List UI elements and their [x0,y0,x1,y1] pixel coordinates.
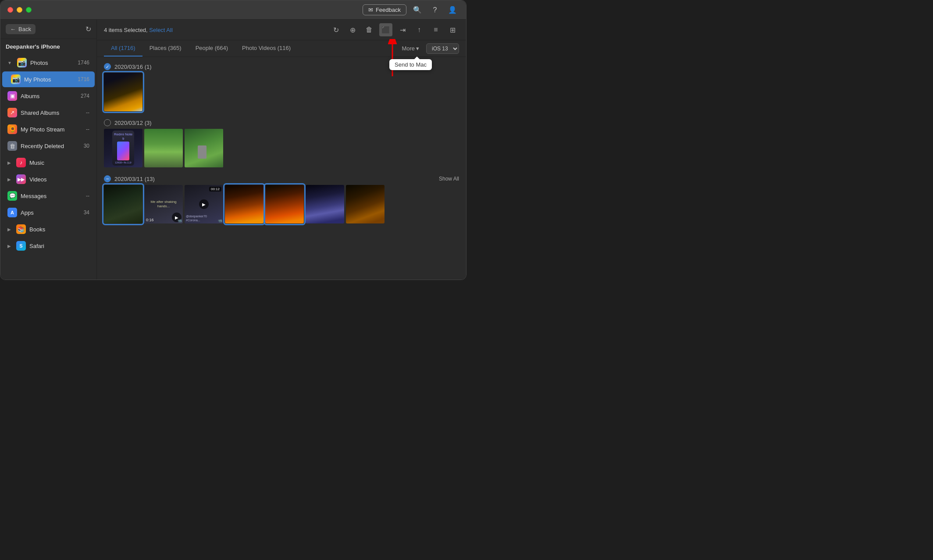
shared-albums-icon: ↗ [7,108,17,117]
main-content: ← Back ↻ Deepanker's iPhone ▼ 📷 Photos 1… [0,20,466,280]
sidebar-item-safari[interactable]: ▶ S Safari [2,238,95,254]
photo-thumb-10[interactable] [306,185,344,223]
date-label-1: 2020/03/16 (1) [114,64,152,70]
photo-thumb-7[interactable]: @deepanker70#Corona... ▶ 00:12 📹 [185,185,223,223]
send-to-device-button[interactable]: ⬛ [379,23,392,36]
back-label: Back [18,26,31,32]
sidebar-item-videos[interactable]: ▶ ▶▶ Videos [2,171,95,187]
photo-thumb-9[interactable] [265,185,304,223]
photo-thumb-8[interactable] [225,185,264,223]
maximize-button[interactable] [26,7,32,13]
sidebar-item-my-photos[interactable]: 📷 My Photos 1716 [2,71,95,87]
show-all-button[interactable]: Show All [439,176,459,182]
date-label-3: 2020/03/11 (13) [114,176,155,182]
sidebar-videos-label: Videos [29,176,89,183]
account-button[interactable]: 👤 [446,4,459,17]
photos-row-2: Redmi Note 9 128GB • Rs.11,9 [104,129,459,167]
photo-thumb-2[interactable]: Redmi Note 9 128GB • Rs.11,9 [104,129,142,167]
sync-button[interactable]: ↻ [85,25,91,33]
sidebar-item-photos[interactable]: ▼ 📷 Photos 1746 [2,55,95,71]
sidebar-my-photos-count: 1716 [78,76,89,82]
date-header-2: 2020/03/12 (3) [104,117,459,129]
send-to-device-icon: ⬛ [381,26,390,34]
delete-button[interactable]: 🗑 [363,23,376,36]
sidebar-item-music[interactable]: ▶ ♪ Music [2,155,95,170]
back-button[interactable]: ← Back [6,24,36,34]
date-label-2: 2020/03/12 (3) [114,120,152,126]
ios-version-selector[interactable]: iOS 13 iOS 14 iOS 15 [426,43,459,54]
books-icon: 📚 [16,224,26,234]
selection-info: 4 items Selected, Select All [104,27,173,33]
sidebar-item-albums[interactable]: ▣ Albums 274 [2,88,95,104]
date-header-3: − 2020/03/11 (13) [104,173,439,185]
sidebar-item-my-photo-stream[interactable]: 🌻 My Photo Stream -- [2,121,95,137]
sidebar-item-recently-deleted[interactable]: 🗑 Recently Deleted 30 [2,138,95,154]
date-group-2: 2020/03/12 (3) Redmi Note 9 128GB • Rs.1… [104,117,459,167]
upload-icon: ↑ [417,26,421,34]
sidebar-albums-label: Albums [21,93,77,99]
group-checkbox-1[interactable]: ✓ [104,63,111,70]
close-button[interactable] [7,7,13,13]
messages-icon: 💬 [7,191,17,201]
photo-thumb-5[interactable] [104,185,142,223]
safari-icon: S [16,241,26,251]
grid-view-icon: ⊞ [450,26,456,34]
chevron-right-icon-2: ▶ [7,177,11,182]
date-group-3: − 2020/03/11 (13) Show All M [104,173,459,223]
device-name: Deepanker's iPhone [0,39,96,54]
sidebar-item-apps[interactable]: A Apps 34 [2,205,95,220]
recently-deleted-icon: 🗑 [7,141,17,151]
videos-icon: ▶▶ [16,174,26,184]
photo-thumb-6[interactable]: Me after shaking hands... ▶ 0:16 📹 [144,185,183,223]
add-button[interactable]: ⊕ [346,23,359,36]
export-button[interactable]: ⇥ [396,23,409,36]
minimize-button[interactable] [17,7,22,13]
search-button[interactable]: 🔍 [411,4,424,17]
group-checkbox-3[interactable]: − [104,175,111,182]
photos-scroll[interactable]: ✓ 2020/03/16 (1) 2020/03/12 (3) [97,57,466,280]
chevron-right-icon: ▶ [7,160,11,165]
photo-thumb-4[interactable] [185,129,223,167]
sidebar-item-books[interactable]: ▶ 📚 Books [2,221,95,237]
photo-thumb-11[interactable] [346,185,385,223]
tab-all[interactable]: All (1716) [104,40,142,57]
photo-thumb-3[interactable] [144,129,183,167]
sync-icon: ↻ [85,25,91,33]
select-all-link[interactable]: Select All [149,27,172,33]
sidebar-my-photos-label: My Photos [24,76,74,83]
music-icon: ♪ [16,158,26,167]
photo-stream-icon: 🌻 [7,124,17,134]
photos-row-1 [104,73,459,111]
tab-places-label: Places (365) [150,45,182,51]
selection-text: 4 items Selected, [104,27,148,33]
sidebar-item-shared-albums[interactable]: ↗ Shared Albums -- [2,105,95,121]
upload-button[interactable]: ↑ [413,23,426,36]
chevron-right-icon-4: ▶ [7,244,11,248]
sidebar-photos-count: 1746 [78,60,89,66]
video-duration-6: 0:16 [146,218,154,222]
tab-more[interactable]: More ▾ [395,41,426,56]
content-toolbar: 4 items Selected, Select All ↻ ⊕ 🗑 ⬛ [97,20,466,40]
tab-people[interactable]: People (664) [189,40,235,57]
list-view-button[interactable]: ≡ [429,23,442,36]
my-photos-icon: 📷 [11,74,21,84]
tab-more-label: More [402,45,415,52]
refresh-button[interactable]: ↻ [329,23,342,36]
photo-thumb-1[interactable] [104,73,142,111]
feedback-button[interactable]: ✉ Feedback [363,4,406,15]
sidebar-item-messages[interactable]: 💬 Messages -- [2,188,95,204]
tab-people-label: People (664) [196,45,228,51]
help-button[interactable]: ? [428,4,442,17]
sidebar-apps-count: 34 [84,209,89,216]
sidebar-header: ← Back ↻ [0,20,96,39]
title-bar: ✉ Feedback 🔍 ? 👤 [0,0,466,20]
refresh-icon: ↻ [333,26,339,34]
tab-all-label: All (1716) [111,45,135,51]
group-checkbox-2[interactable] [104,119,111,126]
albums-icon: ▣ [7,91,17,101]
sidebar-deleted-label: Recently Deleted [21,143,80,149]
grid-view-button[interactable]: ⊞ [446,23,459,36]
sidebar: ← Back ↻ Deepanker's iPhone ▼ 📷 Photos 1… [0,20,97,280]
tab-places[interactable]: Places (365) [142,40,189,57]
tab-photo-videos[interactable]: Photo Videos (116) [235,40,298,57]
